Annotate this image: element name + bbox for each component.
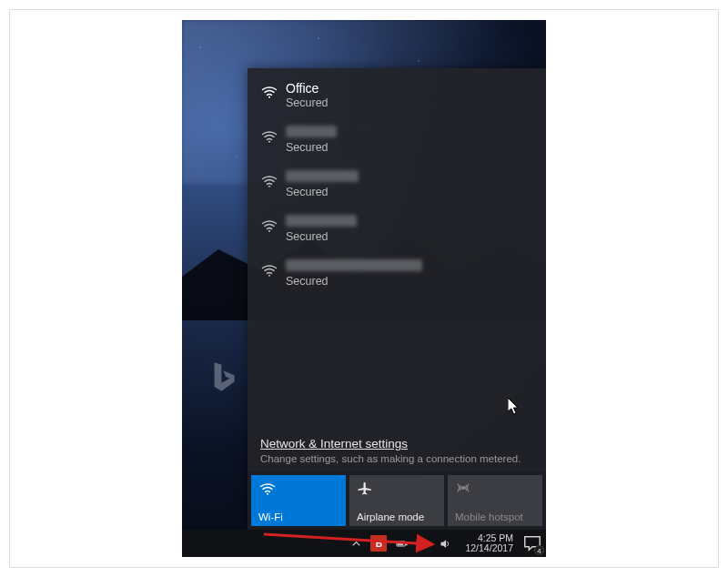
svg-point-10 xyxy=(423,547,425,549)
tile-hotspot: Mobile hotspot xyxy=(448,475,542,526)
tile-label: Airplane mode xyxy=(357,511,437,522)
svg-point-2 xyxy=(268,186,270,187)
svg-point-6 xyxy=(462,487,465,490)
network-item[interactable]: Secured xyxy=(248,163,546,208)
wifi-flyout: OfficeSecured Secured Secured Secured Se… xyxy=(248,68,546,530)
tray-app-icon[interactable]: B xyxy=(370,535,387,552)
network-status: Secured xyxy=(286,275,533,288)
bing-logo xyxy=(206,359,240,398)
tile-label: Mobile hotspot xyxy=(455,511,535,522)
network-settings-link[interactable]: Network & Internet settings xyxy=(260,437,408,450)
network-list: OfficeSecured Secured Secured Secured Se… xyxy=(248,68,546,437)
tile-wifi[interactable]: Wi-Fi xyxy=(251,475,346,526)
svg-point-4 xyxy=(268,275,270,277)
hotspot-icon xyxy=(455,480,535,498)
wifi-icon[interactable] xyxy=(416,536,430,551)
wifi-icon xyxy=(260,259,286,282)
wifi-icon xyxy=(260,126,286,148)
show-hidden-icons-icon[interactable] xyxy=(349,536,363,551)
clock-date: 12/14/2017 xyxy=(465,543,513,553)
network-name xyxy=(286,215,533,229)
action-center-badge: 4 xyxy=(534,545,544,555)
taskbar: B 4:25 PM 12/14/2017 4 xyxy=(182,530,546,557)
svg-point-1 xyxy=(268,141,270,143)
network-item[interactable]: Secured xyxy=(248,118,546,163)
wifi-icon xyxy=(258,480,339,498)
network-item[interactable]: Secured xyxy=(248,252,546,297)
network-item[interactable]: Secured xyxy=(248,208,546,252)
wifi-icon xyxy=(260,170,286,193)
svg-point-0 xyxy=(268,96,270,98)
volume-icon[interactable] xyxy=(438,536,452,551)
network-item[interactable]: OfficeSecured xyxy=(248,74,546,118)
wifi-icon xyxy=(260,215,286,238)
action-center-button[interactable]: 4 xyxy=(522,533,542,553)
tile-label: Wi-Fi xyxy=(258,511,339,522)
desktop-screenshot: OfficeSecured Secured Secured Secured Se… xyxy=(182,20,546,557)
system-tray: B xyxy=(345,535,456,552)
network-name xyxy=(286,170,533,185)
airplane-icon xyxy=(357,480,437,498)
battery-icon[interactable] xyxy=(394,536,409,551)
taskbar-clock[interactable]: 4:25 PM 12/14/2017 xyxy=(465,533,513,553)
quick-action-tiles: Wi-FiAirplane modeMobile hotspot xyxy=(248,471,546,530)
network-name: Office xyxy=(286,81,533,96)
svg-point-3 xyxy=(268,230,270,232)
network-settings-section: Network & Internet settings Change setti… xyxy=(248,437,546,471)
svg-point-5 xyxy=(267,493,268,495)
svg-rect-8 xyxy=(406,542,407,545)
wifi-icon xyxy=(260,81,286,104)
network-status: Secured xyxy=(286,186,533,198)
network-settings-sub: Change settings, such as making a connec… xyxy=(260,453,533,464)
tile-airplane[interactable]: Airplane mode xyxy=(349,475,444,526)
network-name xyxy=(286,126,533,140)
svg-rect-9 xyxy=(398,542,403,545)
network-name xyxy=(286,259,533,274)
network-status: Secured xyxy=(286,230,533,243)
network-status: Secured xyxy=(286,96,533,109)
network-status: Secured xyxy=(286,141,533,154)
